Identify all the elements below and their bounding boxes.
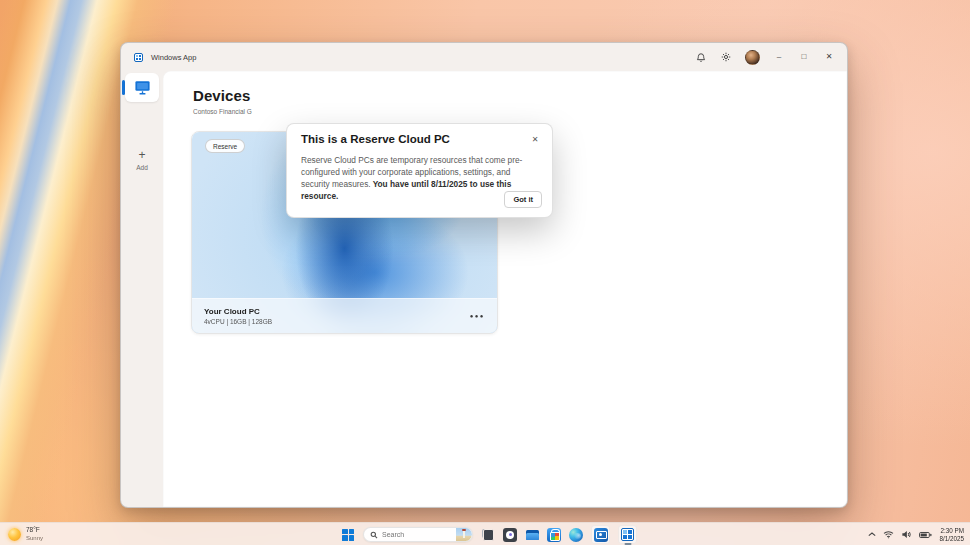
chat-icon[interactable] (503, 528, 517, 542)
weather-condition: Sunny (26, 534, 43, 542)
weather-temperature: 78°F (26, 526, 43, 534)
cloud-pc-card-footer: Your Cloud PC 4vCPU | 16GB | 128GB ●●● (192, 298, 497, 333)
close-button[interactable]: ✕ (823, 51, 835, 63)
edge-browser-icon[interactable] (569, 528, 583, 542)
file-explorer-icon[interactable] (525, 528, 539, 542)
taskbar-clock[interactable]: 2:30 PM 8/1/2025 (939, 527, 964, 542)
task-view-icon[interactable] (481, 528, 495, 542)
windows-app-window: Windows App – □ ✕ (120, 42, 848, 508)
reserve-badge: Reserve (205, 139, 245, 153)
maximize-button[interactable]: □ (798, 51, 810, 63)
start-button[interactable] (341, 528, 355, 542)
got-it-button[interactable]: Got it (504, 191, 542, 209)
open-app-indicator (624, 543, 631, 545)
windows-start-icon (342, 529, 354, 541)
cloud-pc-specs: 4vCPU | 16GB | 128GB (204, 318, 272, 325)
microsoft-store-icon[interactable] (547, 528, 561, 542)
card-more-options-icon[interactable]: ●●● (470, 313, 485, 319)
clock-time: 2:30 PM (939, 527, 964, 535)
reserve-cloud-pc-dialog: This is a Reserve Cloud PC ✕ Reserve Clo… (286, 123, 553, 218)
search-icon (370, 531, 378, 539)
dialog-body: Reserve Cloud PCs are temporary resource… (301, 154, 529, 202)
windows-365-icon[interactable] (591, 525, 610, 544)
cloud-pc-name: Your Cloud PC (204, 307, 272, 316)
volume-icon[interactable] (901, 530, 912, 539)
weather-widget[interactable]: 78°F Sunny (8, 526, 43, 542)
sidebar-item-devices[interactable] (125, 73, 159, 102)
page-subtitle: Contoso Financial G (193, 108, 252, 115)
search-highlight-image[interactable] (456, 527, 472, 542)
windows-app-logo-icon (134, 53, 143, 62)
notification-bell-icon[interactable] (695, 51, 707, 63)
sidebar: + Add (121, 71, 163, 507)
search-input[interactable] (378, 531, 456, 538)
wifi-icon[interactable] (883, 530, 894, 539)
sunny-weather-icon (8, 528, 21, 541)
window-title: Windows App (151, 53, 196, 62)
content-area: Devices Contoso Financial G Reserve Your… (163, 71, 847, 507)
windows-app-taskbar-icon[interactable] (618, 525, 637, 544)
devices-monitor-icon (134, 80, 151, 95)
tray-chevron-up-icon[interactable] (868, 532, 876, 537)
page-title: Devices (193, 87, 250, 104)
plus-icon: + (121, 149, 163, 161)
user-avatar[interactable] (745, 50, 760, 65)
minimize-button[interactable]: – (773, 51, 785, 63)
add-device-button[interactable]: + Add (121, 149, 163, 171)
desktop-wallpaper: Windows App – □ ✕ (0, 0, 970, 545)
taskbar-search-box[interactable] (363, 527, 473, 542)
dialog-title: This is a Reserve Cloud PC (301, 133, 450, 145)
settings-gear-icon[interactable] (720, 51, 732, 63)
taskbar: 78°F Sunny (0, 522, 970, 545)
battery-icon[interactable] (919, 531, 932, 539)
dialog-close-icon[interactable]: ✕ (529, 133, 541, 145)
clock-date: 8/1/2025 (939, 535, 964, 543)
titlebar[interactable]: Windows App – □ ✕ (121, 43, 847, 71)
